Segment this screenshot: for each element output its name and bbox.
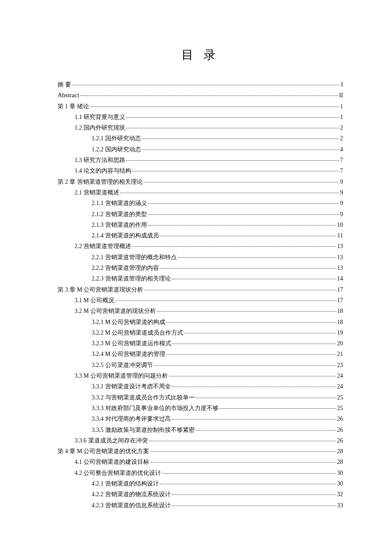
- toc-entry-label: 2.2 营销渠道管理概述: [75, 241, 131, 251]
- toc-entry-page: I: [341, 79, 343, 90]
- toc-entry-label: 3.3.3 对政府部门及事业单位的市场投入力度不够: [92, 403, 219, 413]
- toc-entry-label: 3.3 M 公司营销渠道管理的问题分析: [75, 370, 168, 381]
- toc-entry: 4.1 公司营销渠道的建设目标28: [58, 457, 343, 467]
- toc-entry: 2.1.4 营销渠道的构成成员11: [58, 230, 343, 241]
- toc-leader-dots: [142, 150, 340, 150]
- toc-entry-page: 13: [337, 263, 343, 273]
- toc-leader-dots: [132, 246, 336, 247]
- toc-entry: 2.2.3 营销渠道管理的相关理论14: [58, 273, 343, 284]
- toc-entry-page: 26: [337, 413, 343, 424]
- toc-leader-dots: [144, 182, 340, 182]
- toc-entry-label: 1.1 研究背景与意义: [75, 112, 125, 122]
- toc-entry: 3.3.3 对政府部门及事业单位的市场投入力度不够25: [58, 403, 343, 413]
- toc-entry: 3.2.3 M 公司营销渠道运作模式20: [58, 338, 343, 349]
- toc-leader-dots: [72, 85, 340, 85]
- toc-leader-dots: [115, 301, 336, 301]
- toc-entry: 3.3.4 对代理商的考评要求过高26: [58, 413, 343, 424]
- toc-entry-label: 3.2.3 M 公司营销渠道运作模式: [92, 338, 171, 349]
- toc-entry-label: 4.1 公司营销渠道的建设目标: [75, 457, 149, 467]
- toc-entry: 2.1.1 营销渠道的涵义9: [58, 198, 343, 208]
- toc-entry-label: 3.3.5 激励政策与渠道控制衔接不够紧密: [92, 425, 195, 435]
- toc-leader-dots: [184, 333, 336, 333]
- toc-leader-dots: [166, 322, 336, 323]
- toc-entry-page: 11: [337, 230, 343, 241]
- toc-entry-label: 3.3.4 对代理商的考评要求过高: [92, 413, 171, 424]
- toc-entry-label: 3.3.6 渠道成员之间存在冲突: [75, 435, 148, 446]
- toc-leader-dots: [166, 354, 336, 355]
- toc-entry-page: 4: [340, 144, 343, 155]
- toc-entry-page: 32: [337, 489, 343, 500]
- toc-entry-page: 33: [337, 500, 343, 511]
- toc-entry-label: 2.2.2 营销渠道管理的内容: [92, 263, 159, 273]
- toc-entry-page: 17: [337, 295, 343, 306]
- toc-entry: 第 3 章 M 公司营销渠道现状分析17: [58, 284, 343, 295]
- toc-entry-label: 3.2.4 M 公司营销渠道的管理: [92, 349, 165, 359]
- toc-entry-label: 3.3.1 营销渠道设计考虑不周全: [92, 381, 171, 392]
- toc-leader-dots: [150, 462, 336, 462]
- toc-entry: 1.3 研究方法和思路7: [58, 155, 343, 165]
- toc-entry: 2.2.1 营销渠道管理的概念和特点13: [58, 252, 343, 263]
- toc-entry: 第 4 章 M 公司营销渠道的优化方案28: [58, 446, 343, 457]
- toc-leader-dots: [172, 387, 337, 387]
- toc-entry-label: 第 2 章 营销渠道管理的相关理论: [58, 176, 143, 187]
- toc-entry: AbstractII: [58, 90, 343, 101]
- toc-entry-label: 4.2.3 营销渠道的信息系统设计: [92, 500, 171, 511]
- toc-entry: 1.2.2 国内研究动态4: [58, 144, 343, 155]
- toc-entry-label: 2.2.1 营销渠道管理的概念和特点: [92, 252, 177, 263]
- toc-entry-label: 1.2.2 国内研究动态: [92, 144, 141, 155]
- toc-entry: 3.3.6 渠道成员之间存在冲突26: [58, 435, 343, 446]
- toc-leader-dots: [80, 95, 338, 96]
- toc-leader-dots: [144, 290, 336, 290]
- toc-leader-dots: [154, 365, 337, 366]
- toc-entry-page: 26: [337, 425, 343, 435]
- toc-entry: 2.2.2 营销渠道管理的内容13: [58, 263, 343, 273]
- toc-entry: 3.3.1 营销渠道设计考虑不周全24: [58, 381, 343, 392]
- toc-entry-page: 24: [337, 381, 343, 392]
- toc-entry-label: 第 3 章 M 公司营销渠道现状分析: [58, 284, 143, 295]
- toc-entry-page: 13: [337, 252, 343, 263]
- toc-leader-dots: [160, 236, 337, 236]
- toc-entry-label: 2.1.1 营销渠道的涵义: [92, 198, 147, 208]
- toc-entry-page: 21: [337, 349, 343, 359]
- toc-leader-dots: [219, 408, 337, 409]
- toc-entry: 3.2.2 M 公司营销渠道成员合作方式19: [58, 327, 343, 338]
- toc-entry-page: 26: [337, 435, 343, 446]
- toc-leader-dots: [178, 257, 337, 258]
- toc-entry-page: 28: [337, 446, 343, 457]
- toc-entry-page: 7: [340, 165, 343, 176]
- toc-entry-page: 1: [340, 112, 343, 122]
- toc-leader-dots: [148, 225, 337, 225]
- toc-leader-dots: [172, 279, 337, 279]
- toc-entry-label: 2.1.4 营销渠道的构成成员: [92, 230, 159, 241]
- toc-entry-page: 18: [337, 317, 343, 327]
- toc-entry: 摘 要I: [58, 79, 343, 90]
- toc-entry: 3.2 M 公司营销渠道的现状分析18: [58, 306, 343, 316]
- toc-entry-label: 3.2.1 M 公司营销渠道的构成: [92, 317, 165, 327]
- toc-entry: 3.2.4 M 公司营销渠道的管理21: [58, 349, 343, 359]
- toc-leader-dots: [157, 311, 336, 312]
- toc-entry-page: 2: [340, 122, 343, 133]
- toc-entry-page: 25: [337, 392, 343, 403]
- toc-leader-dots: [150, 451, 336, 452]
- toc-entry-label: 3.3.2 与营销渠道成员合作方式比较单一: [92, 392, 195, 403]
- toc-entry-label: 2.1.2 营销渠道的类型: [92, 209, 147, 220]
- toc-entry-page: 17: [337, 284, 343, 295]
- toc-leader-dots: [162, 473, 336, 474]
- toc-entry-page: 9: [340, 176, 343, 187]
- toc-entry-label: 1.2.1 国外研究动态: [92, 133, 141, 144]
- toc-entry: 3.1 M 公司概况17: [58, 295, 343, 306]
- toc-entry-page: 13: [337, 241, 343, 251]
- toc-entry-label: 3.2.5 公司渠道冲突调节: [92, 360, 153, 370]
- toc-entry-page: 2: [340, 133, 343, 144]
- toc-entry-label: 1.4 论文的内容与结构: [75, 165, 131, 176]
- toc-leader-dots: [120, 193, 339, 193]
- toc-entry: 1.1 研究背景与意义1: [58, 112, 343, 122]
- toc-leader-dots: [196, 398, 337, 398]
- toc-entry: 2.2 营销渠道管理概述13: [58, 241, 343, 251]
- toc-entry-page: 28: [337, 457, 343, 467]
- toc-entry-page: 25: [337, 403, 343, 413]
- toc-entry-page: 7: [340, 155, 343, 165]
- toc-entry-label: 1.3 研究方法和思路: [75, 155, 125, 165]
- toc-entry: 4.2.1 营销渠道的结构设计30: [58, 478, 343, 489]
- toc-entry: 2.1 营销渠道概述9: [58, 187, 343, 198]
